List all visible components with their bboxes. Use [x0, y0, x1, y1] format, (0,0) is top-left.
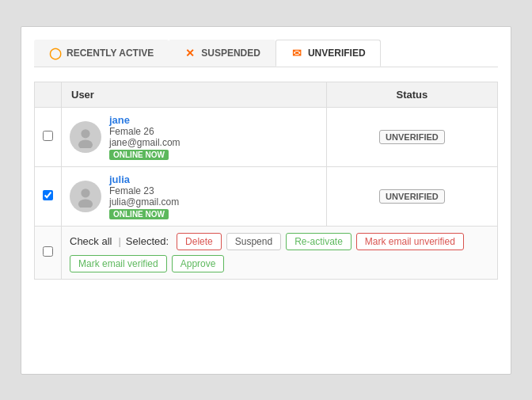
avatar-jane	[70, 121, 101, 153]
col-header-checkbox	[35, 82, 62, 107]
row-checkbox-cell	[35, 107, 62, 166]
tab-unverified-label: UNVERIFIED	[308, 48, 366, 59]
svg-point-3	[78, 199, 93, 208]
separator: |	[118, 235, 120, 247]
action-row-checkbox-cell	[35, 226, 62, 279]
clock-icon: ◯	[49, 47, 62, 59]
user-gender-age-julia: Female 23	[109, 185, 179, 196]
btn-reactivate[interactable]: Re-activate	[286, 233, 352, 250]
row-checkbox-cell	[35, 166, 62, 226]
avatar-julia	[70, 181, 101, 212]
check-all-checkbox[interactable]	[43, 246, 53, 257]
online-badge-julia: ONLINE NOW	[109, 209, 169, 219]
user-email-julia: julia@gmail.com	[109, 196, 179, 208]
svg-point-2	[81, 189, 89, 197]
tab-recently-active[interactable]: ◯ RECENTLY ACTIVE	[34, 40, 169, 67]
status-cell-jane: UNVERIFIED	[326, 107, 497, 166]
row-checkbox-jane[interactable]	[43, 131, 53, 141]
btn-approve[interactable]: Approve	[172, 255, 225, 272]
tab-recently-active-label: RECENTLY ACTIVE	[66, 48, 154, 59]
action-row: Check all | Selected: DeleteSuspendRe-ac…	[35, 226, 498, 279]
col-header-status: Status	[326, 82, 497, 107]
user-cell-jane: jane Female 26 jane@gmail.com ONLINE NOW	[62, 107, 327, 166]
envelope-icon: ✉	[291, 47, 303, 59]
online-badge-jane: ONLINE NOW	[109, 150, 169, 160]
svg-point-1	[78, 139, 93, 148]
main-window: ◯ RECENTLY ACTIVE ✕ SUSPENDED ✉ UNVERIFI…	[21, 26, 511, 375]
status-cell-julia: UNVERIFIED	[326, 166, 497, 226]
btn-suspend[interactable]: Suspend	[226, 233, 281, 250]
status-badge-jane: UNVERIFIED	[379, 130, 445, 144]
tab-suspended[interactable]: ✕ SUSPENDED	[169, 40, 276, 67]
tab-bar: ◯ RECENTLY ACTIVE ✕ SUSPENDED ✉ UNVERIFI…	[34, 40, 498, 67]
selected-label: Selected:	[126, 235, 169, 247]
btn-mark-email-verified[interactable]: Mark email verified	[70, 255, 167, 272]
user-name-julia[interactable]: julia	[109, 173, 179, 185]
user-email-jane: jane@gmail.com	[109, 137, 180, 148]
user-name-jane[interactable]: jane	[109, 114, 180, 126]
table-row: julia Female 23 julia@gmail.com ONLINE N…	[35, 166, 498, 226]
action-bar-cell: Check all | Selected: DeleteSuspendRe-ac…	[62, 226, 498, 279]
table-row: jane Female 26 jane@gmail.com ONLINE NOW…	[35, 107, 498, 166]
user-cell-julia: julia Female 23 julia@gmail.com ONLINE N…	[62, 166, 327, 226]
user-gender-age-jane: Female 26	[109, 126, 180, 137]
tab-unverified[interactable]: ✉ UNVERIFIED	[276, 40, 381, 67]
btn-mark-email-unverified[interactable]: Mark email unverified	[356, 233, 464, 250]
check-all-label: Check all	[70, 235, 112, 247]
x-circle-icon: ✕	[184, 47, 196, 59]
users-table: User Status jane Female 26 ja	[34, 82, 498, 280]
row-checkbox-julia[interactable]	[43, 190, 53, 200]
status-badge-julia: UNVERIFIED	[379, 189, 445, 204]
action-bar: Check all | Selected: DeleteSuspendRe-ac…	[70, 233, 489, 272]
user-info-julia: julia Female 23 julia@gmail.com ONLINE N…	[109, 173, 179, 219]
col-header-user: User	[62, 82, 327, 107]
svg-point-0	[81, 129, 89, 138]
tab-suspended-label: SUSPENDED	[201, 48, 260, 59]
btn-delete[interactable]: Delete	[177, 233, 222, 250]
user-info-jane: jane Female 26 jane@gmail.com ONLINE NOW	[109, 114, 180, 160]
